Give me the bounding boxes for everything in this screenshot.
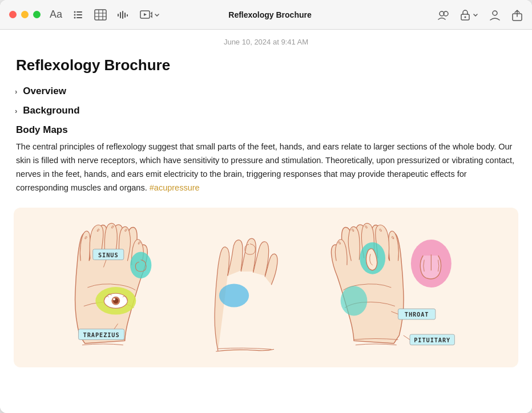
body-maps-title: Body Maps <box>16 124 518 136</box>
font-size-button[interactable]: Aa <box>50 9 62 21</box>
hashtag[interactable]: #acupressure <box>150 183 200 192</box>
overview-section-heading[interactable]: › Overview <box>14 86 518 97</box>
body-text-content: The central principles of reflexology su… <box>16 142 514 192</box>
svg-point-22 <box>493 11 497 15</box>
overview-label: Overview <box>23 86 66 97</box>
toolbar-right <box>437 9 523 21</box>
lock-icon[interactable] <box>460 9 478 21</box>
overview-chevron-icon: › <box>15 87 17 96</box>
svg-point-1 <box>74 14 76 15</box>
document-date: June 10, 2024 at 9:41 AM <box>14 30 518 56</box>
minimize-button[interactable] <box>21 11 29 18</box>
traffic-lights <box>9 11 41 18</box>
document-content: June 10, 2024 at 9:41 AM Reflexology Bro… <box>0 30 532 413</box>
svg-point-29 <box>113 298 115 300</box>
svg-point-2 <box>74 17 76 18</box>
document-main-title: Reflexology Brochure <box>14 56 518 74</box>
background-chevron-icon: › <box>15 107 17 115</box>
svg-text:PITUITARY: PITUITARY <box>414 337 450 343</box>
close-button[interactable] <box>9 11 17 18</box>
hand-illustration-svg: SINUS TRAPEZIUS <box>14 208 518 367</box>
svg-text:TRAPEZIUS: TRAPEZIUS <box>83 331 120 338</box>
document-title-bar: Reflexology Brochure <box>103 10 437 19</box>
titlebar: Aa <box>0 0 532 30</box>
svg-point-30 <box>130 252 151 278</box>
list-icon[interactable] <box>72 9 84 21</box>
collaboration-icon[interactable] <box>437 9 450 21</box>
body-section: Body Maps The central principles of refl… <box>14 124 518 195</box>
maximize-button[interactable] <box>33 11 41 18</box>
app-window: Aa <box>0 0 532 413</box>
svg-rect-4 <box>76 14 82 15</box>
background-section-heading[interactable]: › Background <box>14 105 518 116</box>
svg-point-39 <box>341 286 368 315</box>
svg-text:THROAT: THROAT <box>405 311 429 318</box>
svg-point-46 <box>219 284 249 307</box>
hand-illustration-container: SINUS TRAPEZIUS <box>14 208 518 367</box>
svg-rect-3 <box>76 11 82 13</box>
person-icon[interactable] <box>489 9 501 21</box>
background-label: Background <box>23 105 79 116</box>
svg-rect-5 <box>76 17 82 18</box>
svg-point-0 <box>74 11 76 13</box>
body-text-paragraph: The central principles of reflexology su… <box>16 140 518 195</box>
svg-point-21 <box>465 16 466 18</box>
svg-text:SINUS: SINUS <box>98 251 119 258</box>
share-icon[interactable] <box>511 9 523 21</box>
